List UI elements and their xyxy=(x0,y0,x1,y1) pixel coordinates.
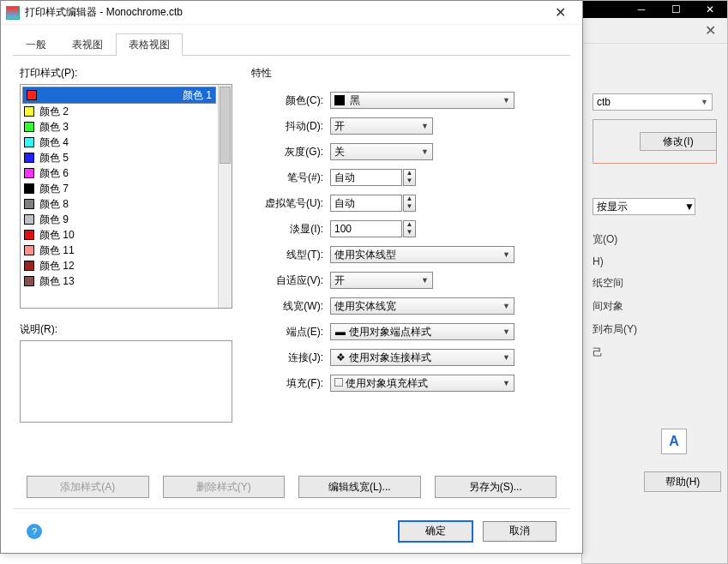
ctb-select[interactable]: ctb ▼ xyxy=(593,93,713,111)
list-item[interactable]: 颜色 11 xyxy=(22,243,216,258)
opt[interactable]: 间对象 xyxy=(593,299,717,314)
titlebar: 打印样式编辑器 - Monochrome.ctb ✕ xyxy=(1,1,582,25)
tab-general[interactable]: 一般 xyxy=(13,33,59,56)
add-style-button: 添加样式(A) xyxy=(27,476,149,498)
color-swatch-icon xyxy=(24,122,34,132)
chevron-down-icon: ▼ xyxy=(701,98,708,106)
list-item[interactable]: 颜色 10 xyxy=(22,227,216,243)
sub-close-icon[interactable]: ✕ xyxy=(693,22,727,39)
list-item[interactable]: 颜色 4 xyxy=(22,135,216,150)
screen-stepper[interactable]: ▲▼ xyxy=(330,220,402,237)
opt[interactable]: H) xyxy=(593,255,717,267)
list-item[interactable]: 颜色 7 xyxy=(22,181,216,196)
plot-styles-list[interactable]: 颜色 1颜色 2颜色 3颜色 4颜色 5颜色 6颜色 7颜色 8颜色 9颜色 1… xyxy=(20,84,232,309)
endcap-icon: ▬ xyxy=(334,326,346,338)
plot-styles-label: 打印样式(P): xyxy=(20,66,232,81)
color-swatch-icon xyxy=(24,230,34,240)
spin-buttons[interactable]: ▲▼ xyxy=(403,220,416,237)
list-item[interactable]: 颜色 1 xyxy=(22,87,216,104)
gray-select[interactable]: 关▼ xyxy=(330,143,433,160)
modify-button[interactable]: 修改(I) xyxy=(640,132,717,151)
chevron-down-icon: ▼ xyxy=(684,201,695,213)
scrollbar-thumb[interactable] xyxy=(220,87,231,164)
list-item-label: 颜色 11 xyxy=(39,243,75,258)
vpen-input[interactable] xyxy=(330,195,402,212)
maximize-icon[interactable]: ☐ xyxy=(659,3,693,15)
modify-box: 修改(I) xyxy=(593,119,717,164)
ok-button[interactable]: 确定 xyxy=(399,521,472,542)
end-label: 端点(E): xyxy=(251,325,330,339)
fill-select[interactable]: 使用对象填充样式▼ xyxy=(330,375,514,392)
font-a-icon[interactable]: A xyxy=(661,429,687,454)
list-item[interactable]: 颜色 12 xyxy=(22,258,216,273)
help-icon[interactable]: ? xyxy=(27,524,42,539)
dither-label: 抖动(D): xyxy=(251,119,330,134)
list-item[interactable]: 颜色 6 xyxy=(22,165,216,181)
list-item-label: 颜色 8 xyxy=(39,197,69,212)
pen-stepper[interactable]: ▲▼ xyxy=(330,169,402,186)
plot-style-editor-dialog: 打印样式编辑器 - Monochrome.ctb ✕ 一般 表视图 表格视图 打… xyxy=(0,0,583,554)
opt[interactable]: 纸空间 xyxy=(593,276,717,291)
close-icon[interactable]: ✕ xyxy=(543,4,577,21)
chevron-down-icon: ▼ xyxy=(502,379,510,387)
color-swatch-icon xyxy=(24,183,34,194)
parent-subbar: ✕ xyxy=(582,18,727,44)
minimize-icon[interactable]: ─ xyxy=(624,3,659,15)
chevron-down-icon: ▼ xyxy=(421,147,429,156)
color-swatch-icon xyxy=(24,199,34,209)
dither-select[interactable]: 开▼ xyxy=(330,117,433,135)
edit-lineweight-button[interactable]: 编辑线宽(L)... xyxy=(298,476,421,498)
opt[interactable]: 宽(O) xyxy=(593,232,717,247)
color-swatch-icon xyxy=(24,261,34,271)
color-swatch-icon xyxy=(24,214,34,225)
color-label: 颜色(C): xyxy=(251,93,330,108)
ltype-label: 线型(T): xyxy=(251,248,330,262)
join-select[interactable]: ❖ 使用对象连接样式▼ xyxy=(330,349,514,366)
cancel-button[interactable]: 取消 xyxy=(483,521,557,542)
color-swatch-icon xyxy=(334,95,345,105)
tab-table-view[interactable]: 表格视图 xyxy=(116,33,183,56)
ltype-select[interactable]: 使用实体线型▼ xyxy=(330,246,514,263)
lwt-label: 线宽(W): xyxy=(251,299,330,314)
description-input[interactable] xyxy=(20,340,232,423)
list-item[interactable]: 颜色 13 xyxy=(22,273,216,289)
spin-down-icon: ▼ xyxy=(404,203,415,211)
close-icon[interactable]: ✕ xyxy=(693,3,727,15)
spin-buttons[interactable]: ▲▼ xyxy=(403,195,416,212)
display-select[interactable]: 按显示 ▼ xyxy=(593,198,695,215)
opt[interactable]: 到布局(Y) xyxy=(593,322,717,337)
spin-down-icon: ▼ xyxy=(404,229,415,237)
color-swatch-icon xyxy=(27,90,37,100)
list-item[interactable]: 颜色 8 xyxy=(22,196,216,212)
list-item-label: 颜色 1 xyxy=(183,88,212,103)
vpen-stepper[interactable]: ▲▼ xyxy=(330,195,402,212)
tab-form-view[interactable]: 表视图 xyxy=(59,33,116,56)
app-icon xyxy=(6,6,20,20)
adapt-select[interactable]: 开▼ xyxy=(330,272,433,289)
fill-label: 填充(F): xyxy=(251,376,330,391)
screen-input[interactable] xyxy=(330,220,402,237)
list-item[interactable]: 颜色 5 xyxy=(22,150,216,165)
list-item[interactable]: 颜色 2 xyxy=(22,104,216,119)
save-as-button[interactable]: 另存为(S)... xyxy=(435,476,557,498)
pen-input[interactable] xyxy=(330,169,402,186)
lwt-select[interactable]: 使用实体线宽▼ xyxy=(330,297,514,315)
screen-label: 淡显(I): xyxy=(251,222,330,237)
color-select[interactable]: 黑▼ xyxy=(330,92,514,109)
parent-window: ─ ☐ ✕ ✕ ctb ▼ 修改(I) 按显示 ▼ 宽(O) H) 纸空间 间对… xyxy=(581,0,728,564)
spin-buttons[interactable]: ▲▼ xyxy=(403,169,416,186)
opt[interactable]: 己 xyxy=(593,345,717,360)
help-button[interactable]: 帮助(H) xyxy=(644,471,721,492)
parent-titlebar: ─ ☐ ✕ xyxy=(582,1,727,18)
list-item[interactable]: 颜色 3 xyxy=(22,119,216,135)
fill-icon xyxy=(334,378,343,387)
color-swatch-icon xyxy=(24,245,34,255)
ctb-select-text: ctb xyxy=(597,96,611,108)
list-item[interactable]: 颜色 9 xyxy=(22,212,216,227)
spin-down-icon: ▼ xyxy=(404,177,415,185)
scrollbar[interactable] xyxy=(218,85,232,308)
list-item-label: 颜色 4 xyxy=(39,135,69,150)
color-swatch-icon xyxy=(24,106,34,117)
end-select[interactable]: ▬ 使用对象端点样式▼ xyxy=(330,323,514,340)
description-label: 说明(R): xyxy=(20,322,232,337)
